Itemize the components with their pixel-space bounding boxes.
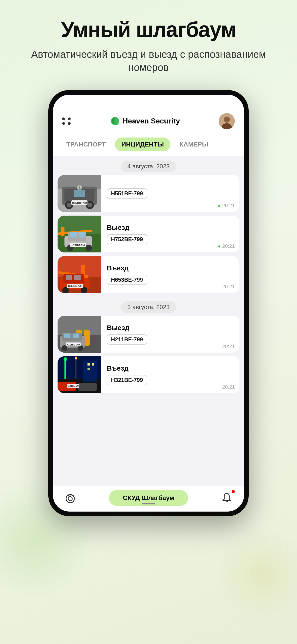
app-logo: Heaven Security [110, 116, 180, 126]
plate-5: Н321ВЕ-799 [107, 375, 147, 385]
dot-2 [68, 118, 71, 120]
bell-icon [221, 492, 232, 504]
date-divider-1: 4 августа, 2023 [58, 156, 240, 175]
incident-card-4[interactable]: Н211ВЕ-799 Выезд Н211ВЕ-799 20:21 [58, 316, 240, 353]
svg-point-66 [74, 357, 77, 360]
svg-rect-62 [88, 368, 90, 370]
camera-nav-icon[interactable] [62, 490, 78, 506]
incident-thumb-3: Н653ВЕ-799 [58, 256, 101, 293]
skud-button[interactable]: СКУД Шлагбаум [109, 490, 188, 506]
svg-rect-40 [74, 275, 80, 280]
incident-card-2[interactable]: Н752ВЕ-799 Выезд Н752ВЕ-799 20:21 [58, 216, 240, 252]
svg-point-4 [224, 116, 230, 122]
dot-3 [62, 122, 65, 125]
notification-dot [232, 490, 235, 493]
time-1: 20:21 [218, 203, 235, 209]
incident-card-3[interactable]: Н653ВЕ-799 Въезд Н653ВЕ-799 20:21 [58, 256, 240, 293]
svg-rect-14 [74, 190, 85, 197]
svg-text:Н653ВЕ-799: Н653ВЕ-799 [68, 285, 82, 287]
incident-thumb-1: Н551ВЕ-799 [58, 175, 101, 212]
avatar[interactable] [219, 113, 235, 129]
time-5: 20:21 [222, 384, 235, 390]
incident-info-5: Въезд Н321ВЕ-799 20:21 [101, 356, 240, 393]
logo-text: Heaven Security [122, 117, 180, 125]
phone-screen: Heaven Security ТРАНСПОРТ ИНЦИДЕНТЫ [53, 95, 244, 512]
plate-3: Н653ВЕ-799 [107, 275, 147, 285]
svg-text:Н752ВЕ-799: Н752ВЕ-799 [72, 244, 85, 247]
tab-cameras[interactable]: КАМЕРЫ [173, 138, 215, 151]
date-badge-2: 3 августа, 2023 [121, 301, 176, 313]
tab-bar: ТРАНСПОРТ ИНЦИДЕНТЫ КАМЕРЫ [53, 134, 244, 156]
svg-text:Н551ВЕ-799: Н551ВЕ-799 [72, 202, 87, 204]
logo-icon [110, 116, 120, 126]
incidents-content: 4 августа, 2023 [53, 156, 244, 486]
incident-thumb-2: Н752ВЕ-799 [58, 216, 101, 252]
svg-rect-61 [92, 363, 94, 366]
time-4: 20:21 [222, 344, 235, 350]
type-4: Выезд [107, 324, 234, 332]
incident-info-3: Въезд Н653ВЕ-799 20:21 [101, 256, 240, 293]
incident-info-2: Выезд Н752ВЕ-799 20:21 [101, 216, 240, 252]
svg-rect-51 [64, 334, 70, 338]
incident-thumb-5: Н321ВЕ-799 [58, 356, 101, 393]
tab-transport[interactable]: ТРАНСПОРТ [60, 138, 112, 151]
tab-incidents[interactable]: ИНЦИДЕНТЫ [115, 138, 170, 151]
dot-4 [68, 122, 71, 125]
svg-rect-27 [70, 232, 77, 238]
date-badge-1: 4 августа, 2023 [121, 160, 176, 172]
date-divider-2: 3 августа, 2023 [58, 297, 240, 316]
page-subtitle: Автоматический въезд и выезд с распознав… [14, 48, 283, 74]
svg-rect-60 [88, 363, 90, 366]
svg-point-11 [67, 203, 71, 207]
plate-2: Н752ВЕ-799 [107, 234, 147, 244]
incident-info-1: Н551ВЕ-799 20:21 [101, 175, 240, 212]
bell-nav-icon[interactable] [219, 490, 235, 506]
svg-rect-63 [64, 358, 66, 379]
svg-rect-52 [73, 334, 79, 338]
incident-card-5[interactable]: Н321ВЕ-799 Въезд Н321ВЕ-799 20:21 [58, 356, 240, 393]
svg-rect-28 [80, 232, 85, 238]
svg-rect-24 [61, 227, 64, 236]
svg-point-64 [64, 357, 67, 361]
camera-icon [64, 492, 76, 504]
page-title: Умный шлагбаум [14, 18, 283, 41]
dot-1 [62, 118, 65, 120]
bottom-nav: СКУД Шлагбаум [53, 486, 244, 512]
incident-card-1[interactable]: Н551ВЕ-799 Н551ВЕ-799 20:21 [58, 175, 240, 212]
phone-frame: Heaven Security ТРАНСПОРТ ИНЦИДЕНТЫ [48, 90, 249, 516]
svg-rect-39 [66, 275, 72, 280]
incident-thumb-4: Н211ВЕ-799 [58, 316, 101, 353]
type-3: Въезд [107, 264, 234, 272]
time-3: 20:21 [222, 284, 235, 290]
type-5: Въезд [107, 364, 234, 372]
page-header: Умный шлагбаум Автоматический въезд и вы… [0, 18, 297, 74]
app-header: Heaven Security [53, 108, 244, 134]
status-bar [53, 95, 244, 108]
incident-info-4: Выезд Н211ВЕ-799 20:21 [101, 316, 240, 353]
phone-mockup: Heaven Security ТРАНСПОРТ ИНЦИДЕНТЫ [45, 90, 252, 644]
plate-1: Н551ВЕ-799 [107, 188, 147, 198]
svg-point-30 [86, 244, 92, 251]
plate-4: Н211ВЕ-799 [107, 334, 147, 344]
type-2: Выезд [107, 224, 234, 232]
menu-dots[interactable] [62, 118, 72, 125]
svg-text:Н321ВЕ-799: Н321ВЕ-799 [66, 385, 80, 387]
svg-point-2 [114, 118, 118, 124]
svg-point-73 [72, 495, 74, 496]
svg-text:Н211ВЕ-799: Н211ВЕ-799 [66, 344, 80, 346]
time-2: 20:21 [218, 243, 235, 249]
svg-rect-68 [78, 383, 97, 391]
svg-point-72 [68, 496, 72, 501]
svg-point-13 [88, 203, 92, 207]
